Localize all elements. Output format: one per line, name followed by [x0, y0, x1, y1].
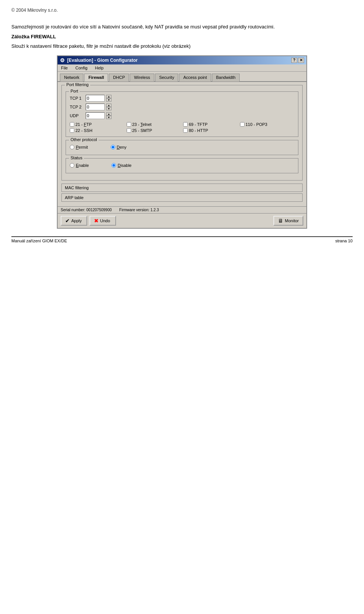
tcp2-spin-down[interactable]: ▼ — [106, 107, 111, 110]
udp-spin-up[interactable]: ▲ — [106, 112, 111, 116]
udp-row: UDP ▲ ▼ — [70, 112, 294, 119]
titlebar-controls[interactable]: ? ✕ — [291, 58, 304, 63]
radio-disable-label: Disable — [118, 163, 132, 168]
undo-label: Undo — [100, 218, 110, 223]
tcp1-input[interactable] — [86, 95, 105, 102]
menubar: File Config Help — [58, 64, 306, 72]
section-title: Záložka FIREWALL — [11, 33, 353, 41]
section-desc: Slouží k nastavení filtrace paketu, filt… — [11, 42, 353, 50]
statusbar: Serial number: 001207509900 Firmware ver… — [58, 206, 306, 213]
radio-disable[interactable]: Disable — [111, 163, 132, 168]
help-button[interactable]: ? — [291, 58, 297, 63]
tcp1-spin-down[interactable]: ▼ — [106, 98, 111, 102]
tab-dhcp[interactable]: DHCP — [109, 74, 129, 82]
other-protocol-radios: Permit Deny — [70, 143, 294, 151]
radio-enable[interactable]: Enable — [70, 163, 89, 168]
tcp1-spinner[interactable]: ▲ ▼ — [106, 95, 111, 102]
tcp1-row: TCP 1 ▲ ▼ — [70, 95, 294, 102]
other-protocol-group: Other protocol Permit Deny — [66, 140, 298, 155]
undo-button[interactable]: ✖ Undo — [89, 216, 116, 226]
radio-enable-input[interactable] — [70, 163, 74, 168]
footer-right: strana 10 — [335, 239, 353, 243]
menu-file[interactable]: File — [60, 65, 69, 71]
check-http-label: 80 - HTTP — [189, 128, 208, 133]
udp-spin-down[interactable]: ▼ — [106, 116, 111, 119]
status-radios: Enable Disable — [70, 162, 294, 169]
check-http-input[interactable] — [183, 128, 188, 133]
status-group-label: Status — [69, 155, 84, 160]
tcp2-input[interactable] — [86, 104, 105, 110]
radio-disable-input[interactable] — [111, 163, 116, 168]
footer-left: Manuál zařízení GIOM EX/DE — [11, 239, 67, 243]
monitor-label: Monitor — [285, 218, 299, 223]
radio-deny-input[interactable] — [111, 145, 115, 149]
tab-bandwidth[interactable]: Bandwidth — [212, 74, 240, 82]
window-title: [Evaluation] - Giom Configurator — [67, 58, 138, 63]
close-button[interactable]: ✕ — [298, 58, 304, 63]
radio-permit-label: Permit — [76, 145, 88, 149]
check-pop3-label: 110 - POP3 — [246, 122, 267, 127]
page-footer: Manuál zařízení GIOM EX/DE strana 10 — [11, 236, 353, 243]
tcp1-label: TCP 1 — [70, 96, 84, 101]
titlebar: ⚙ [Evaluation] - Giom Configurator ? ✕ — [58, 56, 306, 64]
port-filtering-group: Port filtering Port TCP 1 ▲ ▼ TCP 2 ▲ — [61, 85, 303, 181]
check-ssh[interactable]: 22 - SSH — [70, 128, 124, 133]
check-pop3[interactable]: 110 - POP3 — [240, 122, 295, 127]
radio-deny[interactable]: Deny — [111, 145, 127, 149]
menu-help[interactable]: Help — [94, 65, 105, 71]
check-telnet-input[interactable] — [127, 122, 131, 127]
check-telnet[interactable]: 23 - Telnet — [127, 122, 181, 127]
check-ssh-input[interactable] — [70, 128, 74, 133]
status-group: Status Enable Disable — [66, 158, 298, 173]
tab-security[interactable]: Security — [155, 74, 179, 82]
radio-permit[interactable]: Permit — [70, 145, 88, 149]
apply-icon: ✔ — [65, 218, 70, 224]
tab-accesspoint[interactable]: Access point — [179, 74, 211, 82]
apply-label: Apply — [71, 218, 82, 223]
apply-button[interactable]: ✔ Apply — [61, 216, 87, 226]
tab-network[interactable]: Network — [60, 74, 83, 82]
tcp2-spin-up[interactable]: ▲ — [106, 104, 111, 107]
tcp1-spin-up[interactable]: ▲ — [106, 95, 111, 98]
app-icon: ⚙ — [60, 57, 65, 63]
intro-paragraph: Samozřejmostí je routování do více sítí … — [11, 23, 353, 31]
protocol-checkboxes: 21 - FTP 23 - Telnet 69 - TFTP 110 - POP… — [70, 122, 294, 133]
tcp2-row: TCP 2 ▲ ▼ — [70, 104, 294, 110]
check-http[interactable]: 80 - HTTP — [183, 128, 238, 133]
check-ftp-input[interactable] — [70, 122, 74, 127]
mac-filtering-item[interactable]: MAC filtering — [61, 184, 303, 192]
copyright: © 2004 Mikrovlny s.r.o. — [11, 8, 353, 13]
titlebar-left: ⚙ [Evaluation] - Giom Configurator — [60, 57, 138, 63]
check-smtp-label: 25 - SMTP — [132, 128, 152, 133]
check-tftp[interactable]: 69 - TFTP — [183, 122, 238, 127]
radio-permit-input[interactable] — [70, 145, 74, 149]
arp-table-item[interactable]: ARP table — [61, 193, 303, 202]
radio-enable-label: Enable — [76, 163, 89, 168]
bottom-left-buttons: ✔ Apply ✖ Undo — [61, 216, 116, 226]
tcp2-spinner[interactable]: ▲ ▼ — [106, 104, 111, 110]
tab-firewall[interactable]: Firewall — [84, 74, 108, 82]
check-tftp-input[interactable] — [183, 122, 188, 127]
monitor-button[interactable]: 🖥 Monitor — [273, 216, 303, 226]
check-pop3-input[interactable] — [240, 122, 245, 127]
tab-wireless[interactable]: Wireless — [130, 74, 154, 82]
tcp2-label: TCP 2 — [70, 105, 84, 109]
check-ssh-label: 22 - SSH — [75, 128, 93, 133]
check-ftp-label: 21 - FTP — [75, 122, 92, 127]
port-filtering-label: Port filtering — [65, 82, 90, 87]
check-smtp-input[interactable] — [127, 128, 131, 133]
udp-label: UDP — [70, 113, 84, 118]
check-ftp[interactable]: 21 - FTP — [70, 122, 124, 127]
menu-config[interactable]: Config — [74, 65, 89, 71]
undo-icon: ✖ — [94, 218, 99, 224]
port-subgroup: Port TCP 1 ▲ ▼ TCP 2 ▲ ▼ — [66, 91, 298, 137]
port-subgroup-label: Port — [69, 89, 80, 93]
check-smtp[interactable]: 25 - SMTP — [127, 128, 181, 133]
udp-input[interactable] — [86, 112, 105, 119]
tabbar: Network Firewall DHCP Wireless Security … — [58, 72, 306, 82]
udp-spinner[interactable]: ▲ ▼ — [106, 112, 111, 119]
bottombar: ✔ Apply ✖ Undo 🖥 Monitor — [58, 213, 306, 228]
check-telnet-label: 23 - Telnet — [132, 122, 152, 127]
firmware-version: Firmware version: 1.2.3 — [119, 208, 159, 212]
monitor-icon: 🖥 — [278, 218, 283, 224]
